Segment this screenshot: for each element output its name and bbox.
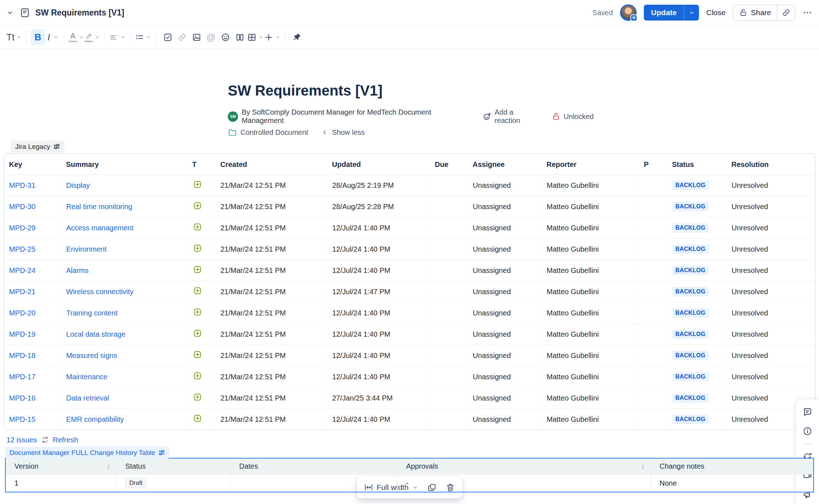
col-created[interactable]: Created bbox=[215, 154, 327, 175]
list-dropdown[interactable] bbox=[135, 29, 151, 45]
issue-key-link[interactable]: MPD-29 bbox=[9, 224, 35, 232]
jira-issue-row[interactable]: MPD-20 Training content 21/Mar/24 12:51 … bbox=[4, 302, 815, 324]
document-canvas[interactable]: SW Requirements [V1] SM By SoftComply Do… bbox=[0, 49, 819, 504]
issue-key-link[interactable]: MPD-20 bbox=[9, 309, 35, 317]
table-dropdown[interactable] bbox=[247, 29, 264, 45]
issue-key-link[interactable]: MPD-15 bbox=[9, 415, 35, 423]
pin-toolbar-button[interactable] bbox=[290, 29, 304, 45]
col-dates[interactable]: Dates bbox=[230, 458, 397, 474]
issue-key-link[interactable]: MPD-19 bbox=[9, 330, 35, 338]
jira-issue-row[interactable]: MPD-21 Wireless connectivity 21/Mar/24 1… bbox=[4, 281, 815, 302]
collapse-chevron-icon[interactable] bbox=[6, 8, 14, 17]
resolution-cell: Unresolved bbox=[726, 366, 815, 388]
jira-issue-row[interactable]: MPD-15 EMR compatibility 21/Mar/24 12:51… bbox=[4, 409, 815, 430]
jira-issue-row[interactable]: MPD-25 Environment 21/Mar/24 12:51 PM 12… bbox=[4, 239, 815, 260]
unlocked-status[interactable]: Unlocked bbox=[552, 112, 594, 121]
highlight-color-dropdown[interactable] bbox=[84, 29, 100, 45]
issue-key-link[interactable]: MPD-25 bbox=[9, 245, 35, 253]
bold-button[interactable]: B bbox=[31, 29, 45, 45]
copy-link-button[interactable] bbox=[777, 5, 795, 20]
issue-key-link[interactable]: MPD-18 bbox=[9, 352, 35, 359]
layouts-button[interactable] bbox=[233, 29, 247, 45]
issue-summary-link[interactable]: Training content bbox=[66, 309, 118, 317]
assignee-cell: Unassigned bbox=[468, 239, 541, 260]
jira-issue-row[interactable]: MPD-16 Data retrieval 21/Mar/24 12:51 PM… bbox=[4, 388, 815, 409]
details-button[interactable] bbox=[801, 424, 814, 438]
priority-cell bbox=[639, 324, 667, 345]
issue-summary-link[interactable]: Measured signs bbox=[66, 352, 117, 359]
issue-key-link[interactable]: MPD-31 bbox=[9, 181, 35, 189]
jira-issue-row[interactable]: MPD-17 Maintenance 21/Mar/24 12:51 PM 12… bbox=[4, 366, 815, 388]
issue-key-link[interactable]: MPD-24 bbox=[9, 266, 35, 274]
col-resolution[interactable]: Resolution bbox=[726, 154, 815, 175]
show-less-button[interactable]: Show less bbox=[332, 128, 365, 137]
issue-key-link[interactable]: MPD-17 bbox=[9, 373, 35, 381]
col-summary[interactable]: Summary bbox=[61, 154, 187, 175]
jira-issue-row[interactable]: MPD-31 Display 21/Mar/24 12:51 PM 28/Aug… bbox=[4, 175, 815, 196]
priority-cell bbox=[639, 302, 667, 324]
emoji-button[interactable] bbox=[218, 29, 233, 45]
page-title[interactable]: SW Requirements [V1] bbox=[228, 81, 594, 100]
issue-summary-link[interactable]: Wireless connectivity bbox=[66, 288, 134, 296]
col-type[interactable]: T bbox=[187, 154, 215, 175]
issue-summary-link[interactable]: Alarms bbox=[66, 266, 89, 274]
update-button[interactable]: Update bbox=[644, 5, 684, 21]
sort-icon[interactable]: ▲▼ bbox=[641, 464, 645, 469]
insert-image-button[interactable] bbox=[189, 29, 204, 45]
col-due[interactable]: Due bbox=[430, 154, 468, 175]
status-cell: BACKLOG bbox=[667, 409, 726, 430]
close-button[interactable]: Close bbox=[706, 8, 726, 17]
issue-summary-link[interactable]: Access management bbox=[66, 224, 134, 232]
italic-dropdown[interactable]: I bbox=[45, 29, 59, 45]
controlled-document-label[interactable]: Controlled Document bbox=[240, 128, 308, 137]
issue-summary-link[interactable]: Real time monitoring bbox=[66, 203, 132, 211]
task-list-button[interactable] bbox=[160, 29, 175, 45]
comments-button[interactable] bbox=[801, 405, 814, 419]
refresh-link[interactable]: Refresh bbox=[53, 436, 78, 444]
pushpin-icon bbox=[292, 32, 302, 42]
jira-issue-row[interactable]: MPD-24 Alarms 21/Mar/24 12:51 PM 12/Jul/… bbox=[4, 260, 815, 281]
col-updated[interactable]: Updated bbox=[327, 154, 430, 175]
issue-key-link[interactable]: MPD-21 bbox=[9, 288, 35, 296]
updated-cell: 12/Jul/24 1:47 PM bbox=[327, 281, 430, 302]
text-color-dropdown[interactable]: A bbox=[68, 29, 84, 45]
insert-dropdown[interactable] bbox=[264, 29, 281, 45]
col-reporter[interactable]: Reporter bbox=[541, 154, 639, 175]
text-style-dropdown[interactable]: Tt bbox=[6, 29, 22, 45]
issue-summary-link[interactable]: Environment bbox=[66, 245, 107, 253]
status-badge: BACKLOG bbox=[672, 223, 709, 233]
issues-count-link[interactable]: 12 issues bbox=[6, 436, 37, 444]
link-button[interactable] bbox=[175, 29, 189, 45]
col-status[interactable]: Status bbox=[116, 458, 230, 474]
sort-icon[interactable]: ▲▼ bbox=[107, 464, 110, 469]
jira-issue-row[interactable]: MPD-30 Real time monitoring 21/Mar/24 12… bbox=[4, 196, 815, 217]
issue-summary-link[interactable]: EMR compatibility bbox=[66, 415, 124, 423]
col-key[interactable]: Key bbox=[4, 154, 61, 175]
issue-summary-link[interactable]: Local data storage bbox=[66, 330, 126, 338]
update-dropdown-button[interactable] bbox=[684, 5, 699, 21]
jira-issue-row[interactable]: MPD-19 Local data storage 21/Mar/24 12:5… bbox=[4, 324, 815, 345]
col-priority[interactable]: P bbox=[639, 154, 667, 175]
mention-button[interactable]: @ bbox=[204, 29, 218, 45]
col-status[interactable]: Status bbox=[667, 154, 726, 175]
history-macro-chip[interactable]: Document Manager FULL Change History Tab… bbox=[5, 447, 169, 459]
issue-key-link[interactable]: MPD-30 bbox=[9, 203, 35, 211]
jira-legacy-macro-chip[interactable]: Jira Legacy bbox=[11, 141, 65, 152]
user-avatar[interactable]: M bbox=[620, 4, 637, 21]
softcomply-app-avatar: SM bbox=[228, 111, 238, 122]
share-button[interactable]: Share bbox=[733, 5, 777, 20]
col-assignee[interactable]: Assignee bbox=[468, 154, 541, 175]
issue-summary-link[interactable]: Maintenance bbox=[66, 373, 108, 381]
col-approvals[interactable]: Approvals ▲▼ bbox=[397, 458, 651, 474]
more-menu-button[interactable] bbox=[802, 8, 813, 18]
alignment-dropdown[interactable] bbox=[109, 29, 126, 45]
issue-summary-link[interactable]: Data retrieval bbox=[66, 394, 109, 402]
jira-issue-row[interactable]: MPD-18 Measured signs 21/Mar/24 12:51 PM… bbox=[4, 345, 815, 366]
change-history-table[interactable]: Version ▲▼ Status Dates Approvals ▲▼ Cha… bbox=[5, 458, 814, 492]
jira-issue-row[interactable]: MPD-29 Access management 21/Mar/24 12:51… bbox=[4, 217, 815, 239]
add-reaction-button[interactable]: Add a reaction bbox=[482, 108, 540, 125]
issue-summary-link[interactable]: Display bbox=[66, 181, 90, 189]
issue-key-link[interactable]: MPD-16 bbox=[9, 394, 35, 402]
col-change-notes[interactable]: Change notes bbox=[651, 458, 814, 474]
col-version[interactable]: Version ▲▼ bbox=[5, 458, 116, 474]
